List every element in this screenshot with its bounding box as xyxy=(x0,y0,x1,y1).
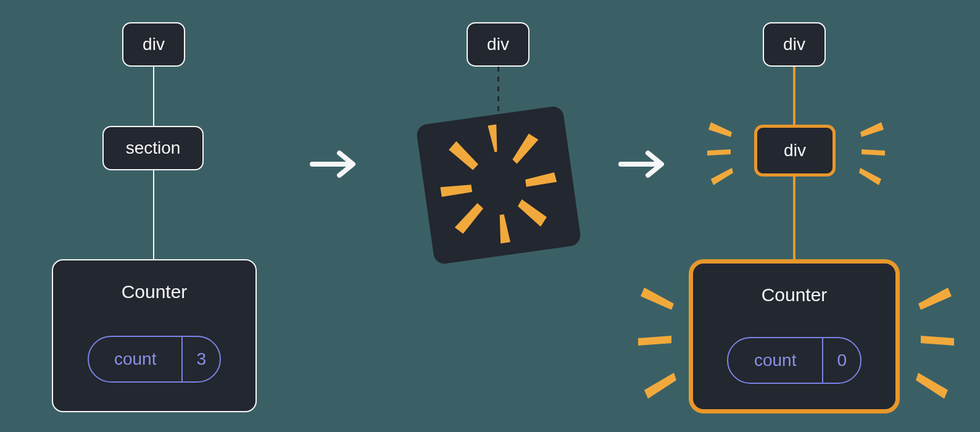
svg-marker-11 xyxy=(860,122,884,137)
tree3-root-node: div xyxy=(763,22,826,67)
tree1-edge-2 xyxy=(153,170,154,259)
tree1-root-node: div xyxy=(122,22,185,67)
tree1-counter-title: Counter xyxy=(122,281,188,302)
tree2-root-label: div xyxy=(487,35,509,54)
svg-marker-10 xyxy=(711,168,733,185)
arrow-1 xyxy=(309,146,364,183)
tree1-pill-label: count xyxy=(89,349,181,369)
tree1-count-pill: count 3 xyxy=(88,336,221,383)
tree1-mid-label: section xyxy=(126,138,181,158)
svg-marker-0 xyxy=(488,125,500,153)
tree1-mid-node: section xyxy=(102,126,204,170)
svg-marker-17 xyxy=(918,288,952,310)
burst-sparks xyxy=(402,91,596,279)
svg-marker-15 xyxy=(638,336,671,346)
svg-marker-8 xyxy=(708,122,732,137)
tree1-root-label: div xyxy=(143,35,165,54)
svg-marker-6 xyxy=(441,183,473,197)
svg-marker-7 xyxy=(448,139,480,173)
svg-marker-5 xyxy=(452,202,486,235)
tree3-leaf-sparks xyxy=(636,272,957,407)
tree3-edge-2 xyxy=(793,177,795,259)
tree2-root-node: div xyxy=(467,22,529,67)
svg-marker-19 xyxy=(916,373,948,399)
svg-marker-3 xyxy=(517,196,548,230)
diagram-stage: div section Counter count 3 div xyxy=(0,0,980,432)
svg-marker-13 xyxy=(859,168,881,185)
svg-marker-18 xyxy=(921,336,954,346)
svg-marker-4 xyxy=(497,214,510,244)
tree1-edge-1 xyxy=(153,67,154,126)
svg-marker-14 xyxy=(641,288,674,310)
svg-marker-12 xyxy=(862,149,885,156)
tree3-root-label: div xyxy=(783,35,805,54)
tree1-pill-value: 3 xyxy=(181,337,220,381)
tree3-mid-sparks xyxy=(704,111,889,191)
svg-marker-9 xyxy=(707,149,731,156)
arrow-2 xyxy=(617,146,673,183)
svg-marker-16 xyxy=(644,373,676,399)
svg-marker-1 xyxy=(509,132,541,164)
svg-marker-2 xyxy=(525,172,557,187)
